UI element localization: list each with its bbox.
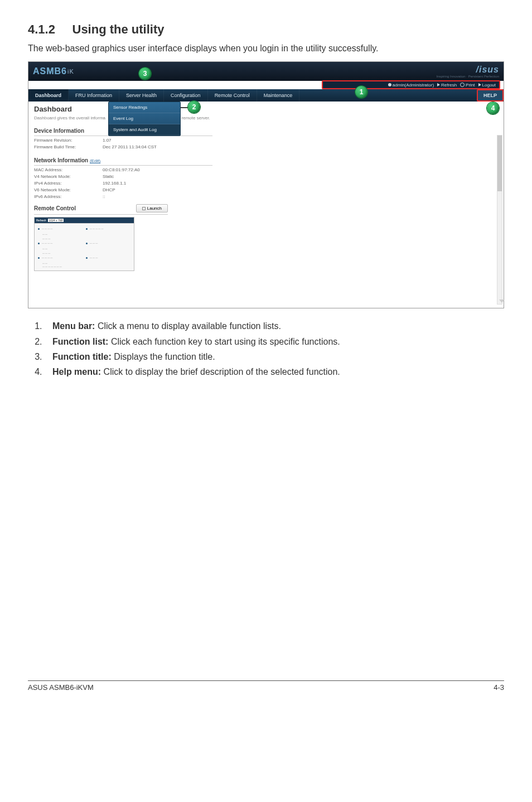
mac-label: MAC Address: [34, 167, 98, 172]
bullet-icon [38, 228, 40, 230]
scrollbar-thumb[interactable] [497, 136, 502, 191]
menu-bar: Dashboard FRU Information Server Health … [28, 89, 504, 102]
network-info-heading: Network Information (Edit) [34, 156, 212, 165]
callout-2-line [181, 107, 188, 108]
logout-icon [478, 83, 481, 86]
dropdown-sensor-readings[interactable]: Sensor Readings [109, 102, 180, 113]
app-screenshot: ASMB6iK /isus Inspiring Innovation · Per… [28, 61, 504, 308]
vertical-scrollbar[interactable] [497, 135, 502, 305]
ipv4-value: 192.168.1.1 [103, 181, 126, 186]
menu-maintenance[interactable]: Maintenance [257, 89, 300, 102]
console-preview: Refresh 1024 x 768 — — — — — — — — — — —… [34, 217, 134, 271]
menu-fru-information[interactable]: FRU Information [69, 89, 119, 102]
remote-control-panel: Remote Control Launch Refresh 1024 x 768… [34, 202, 498, 271]
dashboard-area: Dashboard Dashboard gives the overall in… [28, 102, 504, 308]
dropdown-system-audit-log[interactable]: System and Audit Log [109, 124, 180, 136]
bullet-icon [38, 257, 40, 259]
preview-resolution: 1024 x 768 [48, 219, 64, 222]
v6mode-value: DHCP [103, 187, 115, 192]
dropdown-event-log[interactable]: Event Log [109, 113, 180, 124]
person-icon [388, 83, 391, 86]
ipv6-label: IPv6 Address: [34, 194, 98, 199]
callout-1: 1 [355, 86, 367, 98]
menu-server-health[interactable]: Server Health [119, 89, 164, 102]
menu-configuration[interactable]: Configuration [164, 89, 208, 102]
menu-dashboard[interactable]: Dashboard [28, 89, 69, 102]
ipv6-value: :: [103, 194, 105, 199]
launch-button[interactable]: Launch [136, 204, 168, 212]
v4mode-label: V4 Network Mode: [34, 174, 98, 179]
print-link[interactable]: Print [460, 83, 475, 88]
preview-refresh-button[interactable]: Refresh [36, 219, 46, 222]
preview-body: — — — — — — — — — — — — — — — — — — — — … [35, 223, 134, 270]
legend-item-3: Function title: Displays the function ti… [45, 349, 504, 364]
legend-item-2: Function list: Click each function key t… [45, 334, 504, 349]
server-health-dropdown: Sensor Readings Event Log System and Aud… [108, 102, 181, 136]
footer-left: ASUS ASMB6-iKVM [28, 683, 94, 692]
scroll-down-icon[interactable] [499, 299, 505, 303]
menu-remote-control[interactable]: Remote Control [208, 89, 257, 102]
section-intro: The web-based graphics user interface di… [28, 42, 504, 55]
brand-suffix: iK [67, 68, 74, 75]
bullet-icon [38, 243, 40, 244]
vendor-logo: /isus [437, 65, 499, 75]
firmware-revision-label: Firmware Revision: [34, 138, 98, 143]
v6mode-label: V6 Network Mode: [34, 187, 98, 192]
vendor-block: /isus Inspiring Innovation · Persistent … [437, 65, 499, 78]
network-edit-link[interactable]: (Edit) [90, 158, 100, 163]
firmware-revision-value: 1.07 [103, 138, 112, 143]
bullet-icon [86, 228, 88, 230]
page-subtitle: Dashboard gives the overall informa xxxx… [34, 115, 498, 120]
help-button[interactable]: HELP [477, 89, 504, 102]
bullet-icon [86, 243, 88, 244]
firmware-revision-row: Firmware Revision: 1.07 [34, 138, 498, 143]
logout-link[interactable]: Logout [478, 83, 496, 88]
footer-right: 4-3 [494, 683, 504, 692]
v4mode-value: Static [103, 174, 114, 179]
user-identity: admin(Administrator) [388, 83, 434, 88]
print-icon [460, 83, 465, 87]
launch-icon [142, 207, 146, 210]
mac-value: 00:C8:01:97:72:A0 [103, 167, 140, 172]
page-footer: ASUS ASMB6-iKVM 4-3 [28, 680, 504, 692]
firmware-build-row: Firmware Build Time: Dec 27 2011 11:34:0… [34, 144, 498, 149]
refresh-link[interactable]: Refresh [437, 83, 457, 88]
section-title-text: Using the utility [72, 22, 165, 36]
firmware-build-label: Firmware Build Time: [34, 144, 98, 149]
remote-control-heading: Remote Control [34, 205, 76, 211]
firmware-build-value: Dec 27 2011 11:34:04 CST [103, 144, 157, 149]
brand-name: ASMB6 [33, 66, 67, 76]
legend-item-1: Menu bar: Click a menu to display availa… [45, 318, 504, 334]
page-title: Dashboard [34, 105, 72, 113]
brand-bar: ASMB6iK /isus Inspiring Innovation · Per… [28, 62, 504, 81]
legend-item-4: Help menu: Click to display the brief de… [45, 364, 504, 379]
section-number: 4.1.2 [28, 22, 55, 36]
bullet-icon [86, 257, 88, 259]
ipv4-label: IPv4 Address: [34, 181, 98, 186]
user-status-bar: admin(Administrator) Refresh Print Logou… [322, 80, 500, 89]
refresh-icon [437, 83, 440, 86]
product-brand: ASMB6iK [33, 66, 74, 76]
preview-toolbar: Refresh 1024 x 768 [35, 218, 134, 223]
vendor-tagline: Inspiring Innovation · Persistent Perfec… [437, 75, 499, 78]
section-heading: 4.1.2 Using the utility [28, 22, 504, 37]
legend-list: Menu bar: Click a menu to display availa… [28, 318, 504, 379]
